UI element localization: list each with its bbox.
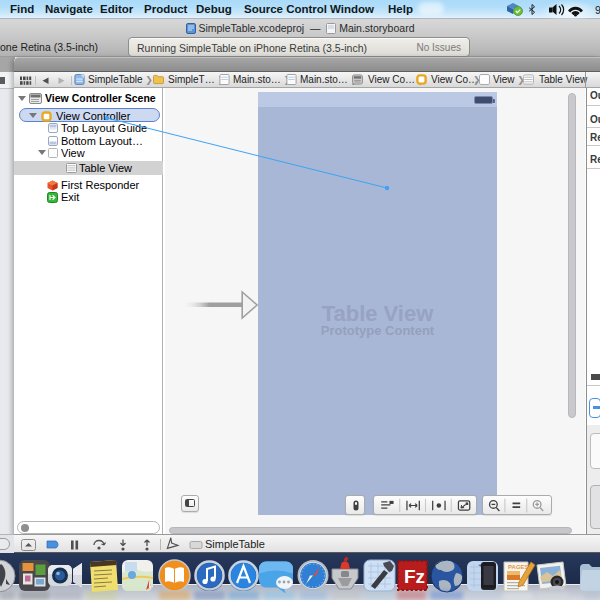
svg-text:PAGES: PAGES [508,564,529,570]
svg-text:Fz: Fz [404,566,425,587]
svg-text:9: 9 [595,4,600,16]
